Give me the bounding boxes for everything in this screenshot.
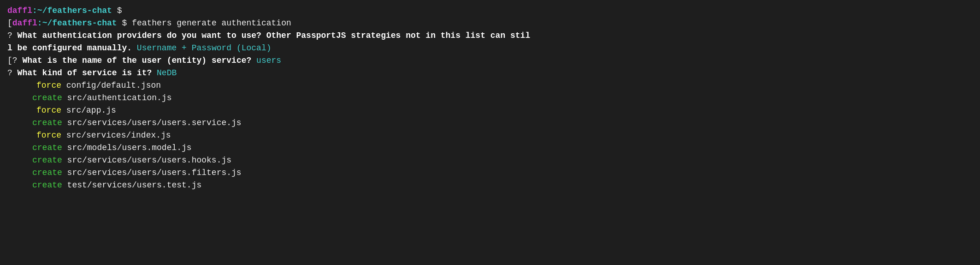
terminal-line-3: ? What authentication providers do you w… [7, 30, 973, 42]
terminal-line-6: force config/default.json [7, 79, 973, 92]
terminal-line-8: force src/app.js [7, 104, 973, 117]
action-10: force [36, 129, 61, 142]
prompt-path-1: :~/feathers-chat [32, 5, 112, 17]
terminal-line-1: daffl:~/feathers-chat $ [7, 5, 973, 17]
terminal-line-9: create src/services/users/users.service.… [7, 117, 973, 129]
question-text-4: What is the name of the user (entity) se… [22, 54, 251, 67]
action-12: create [32, 154, 62, 167]
prompt-user-2: daffl [12, 17, 37, 30]
action-14: create [32, 179, 62, 192]
prompt-path-2: :~/feathers-chat [37, 17, 117, 30]
path-11: src/models/users.model.js [62, 142, 192, 154]
command-2: feathers generate authentication [132, 17, 291, 30]
terminal-line-12: create src/services/users/users.hooks.js [7, 154, 973, 167]
path-14: test/services/users.test.js [62, 179, 201, 192]
bracket-4: [ [7, 54, 12, 67]
bracket-2: [ [7, 17, 12, 30]
answer-4: users [251, 54, 281, 67]
path-13: src/services/users/users.filters.js [62, 167, 242, 179]
path-6: config/default.json [61, 79, 161, 92]
question-mark-3: ? [7, 30, 18, 42]
question-mark-4: ? [12, 54, 23, 67]
path-7: src/authentication.js [62, 92, 172, 104]
answer-3: Username + Password (Local) [132, 42, 271, 54]
action-11: create [32, 142, 62, 154]
path-9: src/services/users/users.service.js [62, 117, 242, 129]
terminal-line-11: create src/models/users.model.js [7, 142, 973, 154]
action-9: create [32, 117, 62, 129]
terminal-window: daffl:~/feathers-chat $ [daffl:~/feather… [7, 5, 973, 192]
continuation-3: l be configured manually. [7, 42, 132, 54]
terminal-line-3b: l be configured manually. Username + Pas… [7, 42, 973, 54]
prompt-user-1: daffl [7, 5, 32, 17]
path-8: src/app.js [61, 104, 116, 117]
terminal-line-5: ? What kind of service is it? NeDB [7, 67, 973, 79]
question-text-3: What authentication providers do you wan… [18, 30, 531, 42]
question-mark-5: ? [7, 67, 18, 79]
action-6: force [36, 79, 61, 92]
action-8: force [36, 104, 61, 117]
terminal-line-10: force src/services/index.js [7, 129, 973, 142]
terminal-line-2: [daffl:~/feathers-chat $ feathers genera… [7, 17, 973, 30]
terminal-line-14: create test/services/users.test.js [7, 179, 973, 192]
terminal-line-4: [? What is the name of the user (entity)… [7, 54, 973, 67]
action-7: create [32, 92, 62, 104]
question-text-5: What kind of service is it? [18, 67, 152, 79]
path-12: src/services/users/users.hooks.js [62, 154, 231, 167]
path-10: src/services/index.js [61, 129, 171, 142]
terminal-line-13: create src/services/users/users.filters.… [7, 167, 973, 179]
answer-5: NeDB [152, 67, 177, 79]
action-13: create [32, 167, 62, 179]
terminal-line-7: create src/authentication.js [7, 92, 973, 104]
prompt-dollar-2: $ [117, 17, 132, 30]
prompt-dollar-1: $ [112, 5, 122, 17]
